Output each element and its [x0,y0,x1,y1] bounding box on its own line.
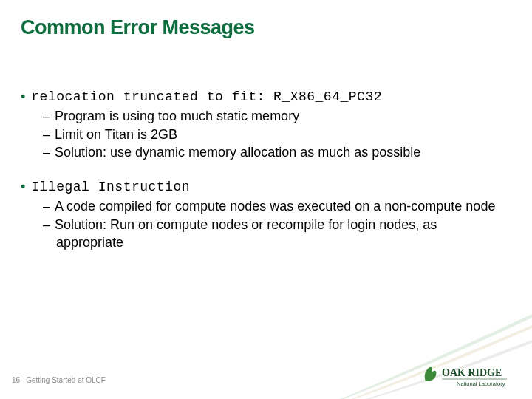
logo-top-text: OAK RIDGE [442,367,502,378]
dash-icon: – [43,217,50,232]
sub-bullet-text: Solution: use dynamic memory allocation … [55,145,420,160]
oak-ridge-logo: OAK RIDGE National Laboratory [421,364,510,390]
bullet-item: •relocation truncated to fit: R_X86_64_P… [21,87,505,106]
sub-bullet: –A code compiled for compute nodes was e… [43,197,505,215]
slide-title: Common Error Messages [21,16,255,39]
sub-bullet: –Program is using too much static memory [43,107,505,125]
sub-bullet: –Limit on Titan is 2GB [43,126,505,143]
leaf-icon [425,367,437,381]
content-area: •relocation truncated to fit: R_X86_64_P… [21,87,505,251]
sub-bullet-text: Program is using too much static memory [55,109,299,123]
dash-icon: – [43,109,50,123]
bullet-code-text: relocation truncated to fit: R_X86_64_PC… [31,89,382,104]
bullet-code-text: Illegal Instruction [31,180,190,194]
sub-bullet: –Solution: use dynamic memory allocation… [43,143,505,161]
footer: 16Getting Started at OLCF [12,376,106,384]
logo-sub-text: National Laboratory [457,381,505,387]
footer-text: Getting Started at OLCF [26,376,106,384]
bullet-item: •Illegal Instruction [21,177,505,196]
dash-icon: – [43,199,50,214]
dash-icon: – [43,145,50,160]
sub-bullet-text: A code compiled for compute nodes was ex… [55,199,495,214]
slide: Common Error Messages •relocation trunca… [0,0,532,399]
sub-bullet: –Solution: Run on compute nodes or recom… [43,216,505,252]
sub-bullet-text: Solution: Run on compute nodes or recomp… [55,217,437,250]
bullet-dot-icon: • [21,89,25,103]
dash-icon: – [43,127,50,142]
sub-bullet-text: Limit on Titan is 2GB [55,127,177,142]
bullet-dot-icon: • [21,179,25,194]
page-number: 16 [12,376,20,384]
